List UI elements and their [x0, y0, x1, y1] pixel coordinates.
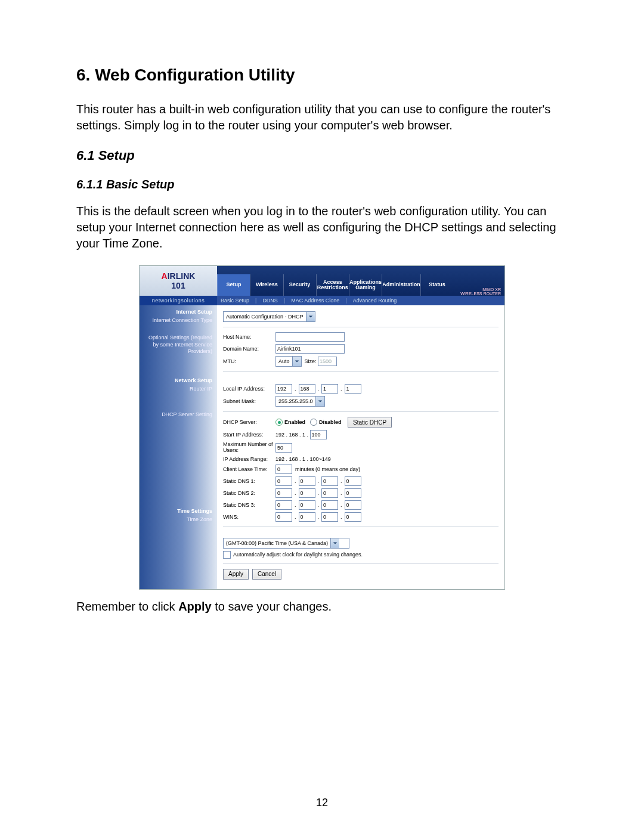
intro-paragraph: This router has a built-in web configura…: [76, 101, 568, 134]
wins-2[interactable]: [299, 512, 315, 522]
page-number: 12: [0, 797, 644, 809]
dns3-4[interactable]: [345, 500, 361, 510]
lease-suffix: minutes (0 means one day): [295, 466, 360, 472]
product-badge: MIMO XR WIRELESS ROUTER: [453, 287, 504, 296]
tab-applications-gaming[interactable]: Applications Gaming: [349, 274, 382, 296]
static-dhcp-button[interactable]: Static DHCP: [348, 417, 392, 428]
label-lease-time: Client Lease Time:: [223, 466, 275, 472]
tab-security[interactable]: Security: [283, 274, 316, 296]
tab-wireless[interactable]: Wireless: [250, 274, 283, 296]
lease-input[interactable]: [275, 465, 292, 474]
label-router-ip: Router IP: [142, 386, 212, 392]
wins-3[interactable]: [321, 512, 338, 522]
label-mtu: MTU:: [223, 358, 275, 364]
sub-tabs: Basic Setup| DDNS| MAC Address Clone| Ad…: [217, 296, 400, 305]
wins-4[interactable]: [345, 512, 361, 522]
dns1-2[interactable]: [299, 476, 315, 486]
main-tabs: Setup Wireless Security Access Restricti…: [217, 274, 453, 296]
dns2-1[interactable]: [275, 488, 292, 498]
section-time-settings: Time Settings: [142, 508, 212, 514]
label-dns2: Static DNS 2:: [223, 490, 275, 496]
chevron-down-icon: [330, 538, 339, 548]
chevron-down-icon: [306, 312, 315, 321]
label-subnet: Subnet Mask:: [223, 398, 275, 404]
label-dns1: Static DNS 1:: [223, 478, 275, 484]
dns3-3[interactable]: [321, 500, 338, 510]
mtu-mode-select[interactable]: Auto: [275, 356, 302, 367]
wins-1[interactable]: [275, 512, 292, 522]
local-ip-1[interactable]: [275, 384, 292, 394]
heading-2: 6.1 Setup: [76, 148, 568, 163]
router-screenshot: AIRLINK 101 Setup Wireless Security Acce…: [140, 266, 504, 589]
max-users-input[interactable]: [275, 443, 292, 453]
local-ip-2[interactable]: [299, 384, 315, 394]
timezone-select[interactable]: (GMT-08:00) Pacific Time (USA & Canada): [223, 538, 349, 549]
subtab-basic-setup[interactable]: Basic Setup: [221, 298, 249, 304]
local-ip-3[interactable]: [321, 384, 338, 394]
tab-access-restrictions[interactable]: Access Restrictions: [316, 274, 349, 296]
domain-name-input[interactable]: [275, 344, 345, 354]
dhcp-disabled-radio[interactable]: Disabled: [310, 419, 342, 426]
start-ip-last-input[interactable]: [310, 430, 327, 439]
logo-letter: A: [162, 271, 168, 281]
mtu-size-input[interactable]: [318, 357, 337, 366]
dns3-2[interactable]: [299, 500, 315, 510]
ip-range-value: 192 . 168 . 1 . 100~149: [275, 456, 331, 462]
subnet-select[interactable]: 255.255.255.0: [275, 396, 325, 407]
tab-administration[interactable]: Administration: [382, 274, 420, 296]
label-dhcp-server: DHCP Server:: [223, 419, 275, 425]
section-paragraph: This is the default screen when you log …: [76, 203, 568, 252]
dns1-1[interactable]: [275, 476, 292, 486]
label-time-zone: Time Zone: [142, 516, 212, 523]
label-dns3: Static DNS 3:: [223, 502, 275, 508]
dns2-3[interactable]: [321, 488, 338, 498]
dns1-4[interactable]: [345, 476, 361, 486]
label-optional-settings: Optional Settings (required by some Inte…: [142, 335, 212, 355]
logo-text: IRLINK: [168, 271, 196, 281]
brand-tagline: networkingsolutions: [140, 296, 217, 305]
logo: AIRLINK 101: [140, 266, 217, 296]
dns2-4[interactable]: [345, 488, 361, 498]
dns2-2[interactable]: [299, 488, 315, 498]
subtab-mac-clone[interactable]: MAC Address Clone: [291, 298, 339, 304]
left-column: Internet Setup Internet Connection Type …: [140, 305, 217, 589]
subtab-advanced-routing[interactable]: Advanced Routing: [353, 298, 397, 304]
subtab-ddns[interactable]: DDNS: [262, 298, 278, 304]
section-internet-setup: Internet Setup: [142, 309, 212, 315]
dst-checkbox[interactable]: [223, 551, 231, 559]
dhcp-enabled-radio[interactable]: Enabled: [275, 419, 305, 426]
apply-button[interactable]: Apply: [223, 569, 249, 580]
outro-paragraph: Remember to click Apply to save your cha…: [76, 599, 568, 615]
label-local-ip: Local IP Address:: [223, 386, 275, 392]
label-dst: Automatically adjust clock for daylight …: [233, 552, 363, 558]
cancel-button[interactable]: Cancel: [252, 569, 281, 580]
chevron-down-icon: [315, 397, 324, 406]
label-connection-type: Internet Connection Type: [142, 317, 212, 324]
right-column: Automatic Configuration - DHCP Host Name…: [217, 305, 504, 589]
label-ip-range: IP Address Range:: [223, 456, 275, 462]
label-dhcp-setting: DHCP Server Setting: [142, 411, 212, 418]
section-network-setup: Network Setup: [142, 377, 212, 383]
label-start-ip: Start IP Address:: [223, 432, 275, 438]
start-ip-prefix: 192 . 168 . 1 .: [275, 432, 308, 438]
heading-1: 6. Web Configuration Utility: [76, 66, 568, 85]
label-max-users: Maximum Number of Users:: [223, 442, 275, 454]
label-wins: WINS:: [223, 514, 275, 520]
local-ip-4[interactable]: [345, 384, 361, 394]
tab-status[interactable]: Status: [420, 274, 453, 296]
chevron-down-icon: [292, 357, 301, 366]
label-domain-name: Domain Name:: [223, 346, 275, 352]
host-name-input[interactable]: [275, 332, 345, 342]
tab-setup[interactable]: Setup: [217, 274, 250, 296]
label-mtu-size: Size:: [305, 358, 317, 364]
connection-type-select[interactable]: Automatic Configuration - DHCP: [223, 311, 315, 322]
dns3-1[interactable]: [275, 500, 292, 510]
dns1-3[interactable]: [321, 476, 338, 486]
label-host-name: Host Name:: [223, 334, 275, 340]
heading-3: 6.1.1 Basic Setup: [76, 178, 568, 191]
logo-model: 101: [171, 281, 185, 290]
